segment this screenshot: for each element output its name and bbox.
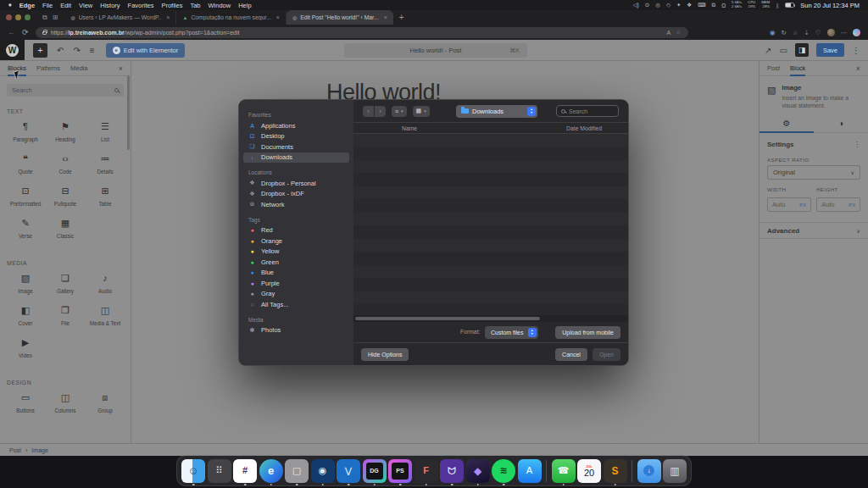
block-group[interactable]: ⧈ Group [86, 392, 124, 413]
favorites-bar-icon[interactable]: ☆ [793, 29, 798, 36]
dock-finder[interactable]: ☺ [181, 459, 205, 483]
advanced-section-toggle[interactable]: Advanced ∨ [760, 222, 868, 239]
dock-separator-2[interactable] [632, 460, 632, 482]
upload-from-mobile-button[interactable]: Upload from mobile [555, 326, 620, 339]
meet-icon[interactable]: ⊙ [645, 2, 649, 8]
breadcrumb-image[interactable]: Image [31, 447, 47, 453]
cpu-stat[interactable]: CPU19% [748, 1, 755, 8]
new-tab-button[interactable]: + [399, 13, 404, 22]
refresh-icon[interactable]: ⟳ [22, 28, 29, 36]
workspace-icon-1[interactable]: ⧉ [42, 14, 47, 22]
list-view-icon[interactable]: ≡ [90, 46, 95, 55]
dock-github[interactable]: ᗢ [440, 459, 464, 483]
category-media[interactable]: Media [7, 260, 124, 266]
tag-red[interactable]: ● Red [243, 225, 349, 236]
section-favorites[interactable]: Favorites [248, 112, 353, 118]
section-media[interactable]: Media [248, 317, 353, 323]
block-cover[interactable]: ◧ Cover [7, 305, 44, 326]
block-list[interactable]: ☰ List [86, 121, 124, 142]
block-preformatted[interactable]: ⊡ Preformatted [7, 186, 44, 207]
dock-separator-1[interactable] [546, 460, 547, 482]
finder-search-input[interactable]: Search [556, 105, 619, 117]
minimize-window-button[interactable] [15, 14, 21, 20]
tab-close-icon[interactable]: × [166, 14, 170, 20]
preview-icon[interactable]: ▭ [779, 46, 787, 55]
section-locations[interactable]: Locations [248, 169, 353, 175]
block-classic[interactable]: ▦ Classic [47, 218, 84, 239]
tag-gray[interactable]: ● Gray [243, 289, 349, 300]
edit-with-elementor-button[interactable]: e Edit with Elementor [106, 43, 186, 58]
loop-extension-icon[interactable]: ↻ [781, 29, 786, 36]
tab-edit-post[interactable]: ◍ Edit Post "Hello world!" ‹ Mar... × [287, 10, 393, 25]
menu-file[interactable]: File [42, 2, 53, 9]
scrollbar-thumb[interactable] [355, 317, 540, 320]
headphones-icon[interactable]: Ω [721, 3, 726, 8]
sidebar-photos[interactable]: ✽ Photos [243, 325, 349, 336]
dock-downloads-folder[interactable]: ↓ [637, 459, 661, 483]
bluetooth-icon[interactable]: ᛒ [776, 3, 779, 8]
tab-block-settings[interactable]: Block [790, 62, 805, 76]
sidebar-dropbox-ixdf[interactable]: ❖ Dropbox - IxDF [243, 189, 349, 200]
dock-sublime[interactable]: S [604, 459, 627, 483]
dock-figma[interactable]: F [415, 459, 438, 483]
block-buttons[interactable]: ▭ Buttons [7, 392, 44, 413]
column-date-modified[interactable]: Date Modified [566, 125, 602, 131]
sidebar-documents[interactable]: ❏ Documents [243, 141, 349, 152]
open-button[interactable]: Open [593, 348, 620, 361]
sidebar-downloads[interactable]: ↓ Downloads [243, 152, 349, 164]
wordpress-logo-button[interactable]: W [0, 40, 25, 60]
menu-bar-clock[interactable]: Sun 20 Jul 12:34 PM [800, 2, 860, 9]
settings-panel-toggle[interactable]: ◨ [795, 43, 809, 57]
copilot-icon[interactable] [853, 29, 860, 36]
tag-green[interactable]: ● Green [243, 257, 349, 268]
dock-1password[interactable]: ◉ [311, 459, 335, 483]
dock-calendar[interactable]: JUL 20 [577, 459, 601, 483]
address-bar[interactable]: https://lp.treinaweb.com.br/wp/wp-admin/… [36, 27, 688, 38]
tab-users-wordpress[interactable]: ◍ Users ‹ LP AvMakers — WordP... × [64, 10, 176, 25]
more-menu-icon[interactable]: ⋯ [841, 29, 848, 36]
settings-tab-gear-icon[interactable]: ⚙ [760, 114, 814, 132]
location-select[interactable]: Downloads ▴▾ [456, 105, 537, 118]
close-window-button[interactable] [6, 14, 12, 20]
dock-obsidian[interactable]: ◆ [466, 459, 490, 483]
dock-slack[interactable]: # [233, 459, 257, 483]
dock-datagrip[interactable]: DG [363, 459, 387, 483]
tag-yellow[interactable]: ● Yellow [243, 247, 349, 258]
block-inserter-button[interactable]: + [33, 43, 47, 58]
block-table[interactable]: ⊞ Table [86, 186, 124, 207]
aspect-ratio-select[interactable]: Original ∨ [767, 165, 860, 180]
dock-edge[interactable]: e [259, 459, 283, 483]
sidebar-applications[interactable]: A Applications [243, 120, 349, 131]
dock-photoshop[interactable]: PS [388, 459, 412, 483]
section-tags[interactable]: Tags [248, 217, 353, 223]
dropbox-icon[interactable]: ❖ [687, 2, 692, 8]
block-audio[interactable]: ♪ Audio [86, 273, 124, 294]
block-paragraph[interactable]: ¶ Paragraph [7, 121, 44, 142]
menu-help[interactable]: Help [238, 2, 251, 9]
undo-icon[interactable]: ↶ [57, 46, 64, 55]
save-button[interactable]: Save [816, 43, 844, 57]
tag-all[interactable]: ○ All Tags... [243, 299, 349, 310]
workspace-icon-2[interactable]: ⊞ [53, 14, 58, 22]
dock-trash[interactable]: ▥ [663, 459, 687, 483]
cancel-button[interactable]: Cancel [555, 348, 587, 361]
memory-stat[interactable]: MEM28% [761, 1, 770, 8]
tab-close-icon[interactable]: × [384, 14, 387, 20]
block-media-text[interactable]: ◫ Media & Text [86, 305, 124, 326]
battery-icon[interactable] [785, 3, 794, 8]
column-name[interactable]: Name [402, 125, 417, 131]
close-settings-icon[interactable]: × [856, 64, 860, 73]
menu-window[interactable]: Window [209, 2, 231, 9]
favorite-star-icon[interactable]: ☆ [676, 29, 681, 36]
zoom-window-button[interactable] [25, 14, 31, 20]
dock-vscode[interactable]: ⋁ [337, 459, 360, 483]
forward-button[interactable]: › [375, 106, 386, 117]
block-pullquote[interactable]: ⊟ Pullquote [47, 186, 84, 207]
block-code[interactable]: ‹› Code [47, 153, 84, 175]
block-video[interactable]: ▶ Video [7, 337, 44, 358]
styles-tab-icon[interactable]: ◑ [814, 114, 868, 132]
menu-favorites[interactable]: Favorites [128, 2, 154, 9]
back-button[interactable]: ‹ [363, 106, 374, 117]
hide-options-button[interactable]: Hide Options [361, 348, 409, 361]
dock-launchpad[interactable]: ⠿ [208, 459, 231, 483]
